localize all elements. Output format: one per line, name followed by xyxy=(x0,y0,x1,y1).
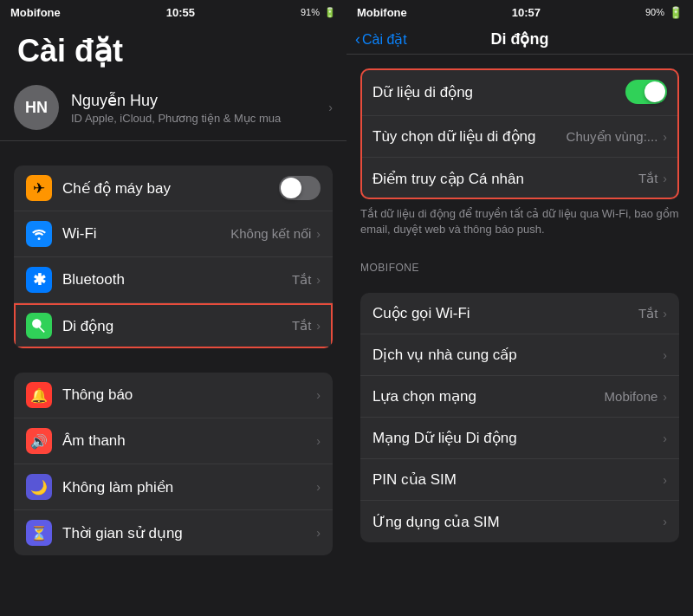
tuy-chon-row[interactable]: Tùy chọn dữ liệu di động Chuyển vùng:...… xyxy=(360,116,679,158)
mobifone-section-header: MOBIFONE xyxy=(346,246,693,279)
svg-point-0 xyxy=(35,321,39,326)
klp-chevron: › xyxy=(316,480,321,494)
am-thanh-chevron: › xyxy=(316,434,321,448)
du-lieu-toggle[interactable] xyxy=(625,80,667,104)
pin-sim-row[interactable]: PIN của SIM › xyxy=(360,459,679,501)
thong-bao-row[interactable]: 🔔 Thông báo › xyxy=(14,373,333,418)
thong-bao-icon: 🔔 xyxy=(26,382,52,408)
tuy-chon-value: Chuyển vùng:... xyxy=(567,129,658,145)
di-dong-row[interactable]: Di động Tắt › xyxy=(14,303,333,348)
di-dong-label: Di động xyxy=(62,317,292,335)
left-panel: Mobifone 10:55 91% 🔋 Cài đặt HN Nguyễn H… xyxy=(0,0,346,616)
thong-bao-label: Thông báo xyxy=(62,386,316,404)
mang-du-lieu-chevron: › xyxy=(663,431,667,445)
connectivity-section: ✈ Chế độ máy bay Wi-Fi Không kết nối › xyxy=(0,165,346,580)
du-lieu-di-dong-row[interactable]: Dữ liệu di động xyxy=(360,68,679,116)
diem-truy-cap-value: Tắt xyxy=(638,171,657,186)
diem-truy-cap-label: Điểm truy cập Cá nhân xyxy=(372,170,638,188)
mobifone-group: Cuộc gọi Wi-Fi Tắt › Dịch vụ nhà cung cấ… xyxy=(360,293,679,542)
khong-lam-phien-label: Không làm phiền xyxy=(62,478,316,496)
dich-vu-chevron: › xyxy=(663,348,667,362)
toggle-on-knob xyxy=(644,81,665,102)
toggle-knob xyxy=(281,178,301,198)
left-carrier: Mobifone xyxy=(10,6,61,19)
du-lieu-label: Dữ liệu di động xyxy=(372,83,625,101)
notif-group: 🔔 Thông báo › 🔊 Âm thanh › 🌙 Không làm p… xyxy=(14,373,333,555)
mobile-description: Tắt dữ liệu di động để truyền tất cả dữ … xyxy=(346,199,693,246)
right-battery-icon: 🔋 xyxy=(669,6,683,19)
user-profile[interactable]: HN Nguyễn Huy ID Apple, iCloud, Phương t… xyxy=(0,75,346,141)
diem-truy-cap-row[interactable]: Điểm truy cập Cá nhân Tắt › xyxy=(360,158,679,199)
wifi-value: Không kết nối xyxy=(230,226,311,242)
bluetooth-label: Bluetooth xyxy=(62,271,292,289)
right-status-bar: Mobifone 10:57 90% 🔋 xyxy=(346,0,693,24)
wifi-label: Wi-Fi xyxy=(62,225,230,243)
user-info: Nguyễn Huy ID Apple, iCloud, Phương tiện… xyxy=(71,91,328,125)
bluetooth-icon: ✱ xyxy=(26,267,52,293)
right-status-right: 90% 🔋 xyxy=(645,6,683,19)
right-battery-pct: 90% xyxy=(645,7,664,17)
cuoc-goi-chevron: › xyxy=(663,307,667,321)
khong-lam-phien-row[interactable]: 🌙 Không làm phiền › xyxy=(14,464,333,510)
thoi-gian-icon: ⏳ xyxy=(26,520,52,546)
ung-dung-sim-row[interactable]: Ứng dụng của SIM › xyxy=(360,501,679,542)
wifi-chevron: › xyxy=(316,227,321,241)
profile-chevron: › xyxy=(328,101,333,114)
cuoc-goi-wifi-row[interactable]: Cuộc gọi Wi-Fi Tắt › xyxy=(360,293,679,334)
diem-truy-cap-chevron: › xyxy=(663,172,667,185)
lua-chon-mang-row[interactable]: Lựa chọn mạng Mobifone › xyxy=(360,376,679,418)
right-nav-title: Di động xyxy=(491,29,549,49)
ung-dung-sim-chevron: › xyxy=(663,515,667,528)
pin-sim-label: PIN của SIM xyxy=(372,470,663,489)
back-label: Cài đặt xyxy=(362,31,407,48)
pin-sim-chevron: › xyxy=(663,473,667,487)
mang-du-lieu-label: Mạng Dữ liệu Di động xyxy=(372,429,663,447)
lua-chon-value: Mobifone xyxy=(605,389,658,404)
bluetooth-chevron: › xyxy=(316,273,321,287)
tuy-chon-chevron: › xyxy=(663,130,667,144)
left-battery-pct: 91% xyxy=(301,7,320,17)
right-nav: ‹ Cài đặt Di động xyxy=(346,24,693,55)
user-subtitle: ID Apple, iCloud, Phương tiện & Mục mua xyxy=(71,112,328,125)
right-carrier: Mobifone xyxy=(357,6,407,19)
di-dong-value: Tắt xyxy=(292,318,311,334)
cuoc-goi-wifi-value: Tắt xyxy=(638,306,657,321)
airplane-toggle[interactable] xyxy=(279,176,321,200)
dich-vu-row[interactable]: Dịch vụ nhà cung cấp › xyxy=(360,334,679,376)
left-status-right: 91% 🔋 xyxy=(301,7,336,18)
battery-icon: 🔋 xyxy=(324,7,336,18)
di-dong-icon xyxy=(26,313,52,339)
left-time: 10:55 xyxy=(166,6,195,19)
wifi-row[interactable]: Wi-Fi Không kết nối › xyxy=(14,211,333,257)
connectivity-group: ✈ Chế độ máy bay Wi-Fi Không kết nối › xyxy=(14,165,333,348)
right-panel: Mobifone 10:57 90% 🔋 ‹ Cài đặt Di động D… xyxy=(346,0,693,616)
ung-dung-sim-label: Ứng dụng của SIM xyxy=(372,513,663,531)
bluetooth-value: Tắt xyxy=(292,272,311,288)
khong-lam-phien-icon: 🌙 xyxy=(26,474,52,500)
user-name: Nguyễn Huy xyxy=(71,91,328,110)
right-time: 10:57 xyxy=(512,6,541,19)
airplane-row[interactable]: ✈ Chế độ máy bay xyxy=(14,165,333,211)
tuy-chon-label: Tùy chọn dữ liệu di động xyxy=(372,127,567,146)
main-mobile-group: Dữ liệu di động Tùy chọn dữ liệu di động… xyxy=(360,68,679,199)
airplane-icon: ✈ xyxy=(26,175,52,201)
thoi-gian-row[interactable]: ⏳ Thời gian sử dụng › xyxy=(14,510,333,555)
back-button[interactable]: ‹ Cài đặt xyxy=(355,30,407,49)
dich-vu-label: Dịch vụ nhà cung cấp xyxy=(372,346,663,364)
thong-bao-chevron: › xyxy=(316,388,321,402)
lua-chon-chevron: › xyxy=(663,390,667,404)
bluetooth-row[interactable]: ✱ Bluetooth Tắt › xyxy=(14,257,333,303)
airplane-label: Chế độ máy bay xyxy=(62,179,279,198)
page-title: Cài đặt xyxy=(0,24,346,75)
am-thanh-row[interactable]: 🔊 Âm thanh › xyxy=(14,418,333,464)
cuoc-goi-wifi-label: Cuộc gọi Wi-Fi xyxy=(372,304,638,322)
di-dong-chevron: › xyxy=(316,319,321,333)
lua-chon-label: Lựa chọn mạng xyxy=(372,387,605,405)
thoi-gian-label: Thời gian sử dụng xyxy=(62,524,316,542)
mang-du-lieu-row[interactable]: Mạng Dữ liệu Di động › xyxy=(360,418,679,459)
left-status-bar: Mobifone 10:55 91% 🔋 xyxy=(0,0,346,24)
wifi-icon xyxy=(26,221,52,247)
am-thanh-label: Âm thanh xyxy=(62,432,316,450)
thoi-gian-chevron: › xyxy=(316,526,321,540)
am-thanh-icon: 🔊 xyxy=(26,428,52,454)
